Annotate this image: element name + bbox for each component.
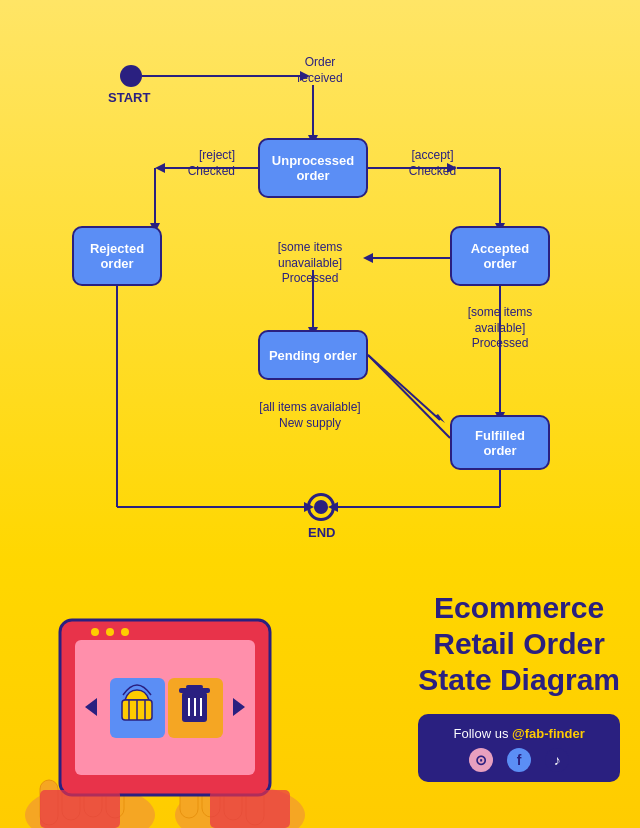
social-icons: ⊙ f ♪ <box>438 748 600 772</box>
svg-marker-27 <box>435 414 445 423</box>
unprocessed-order-node: Unprocessed order <box>258 138 368 198</box>
all-available-label: [all items available]New supply <box>240 400 380 431</box>
tiktok-icon[interactable]: ♪ <box>545 748 569 772</box>
follow-text: Follow us @fab-finder <box>438 724 600 742</box>
start-circle <box>120 65 142 87</box>
svg-line-19 <box>368 355 450 438</box>
follow-box: Follow us @fab-finder ⊙ f ♪ <box>418 714 620 782</box>
rejected-order-node: Rejected order <box>72 226 162 286</box>
diagram-section: START Orderreceived [reject]Checked [acc… <box>0 0 640 560</box>
title-block: Ecommerce Retail Order State Diagram Fol… <box>418 590 620 782</box>
tablet-illustration <box>10 560 320 828</box>
svg-rect-58 <box>210 790 290 828</box>
instagram-icon[interactable]: ⊙ <box>469 748 493 772</box>
bottom-section: Ecommerce Retail Order State Diagram Fol… <box>0 560 640 828</box>
svg-rect-53 <box>186 685 203 689</box>
accept-checked-label: [accept]Checked <box>390 148 475 179</box>
end-label: END <box>308 525 335 540</box>
reject-checked-label: [reject]Checked <box>155 148 235 179</box>
svg-point-40 <box>91 628 99 636</box>
fulfilled-order-node: Fulfilled order <box>450 415 550 470</box>
some-unavailable-label: [some itemsunavailable]Processed <box>250 240 370 287</box>
svg-point-41 <box>106 628 114 636</box>
facebook-icon[interactable]: f <box>507 748 531 772</box>
some-available-label: [some itemsavailable]Processed <box>440 305 560 352</box>
order-received-label: Orderreceived <box>290 55 350 86</box>
diagram-title: Ecommerce Retail Order State Diagram <box>418 590 620 698</box>
end-circle <box>307 493 335 521</box>
svg-rect-57 <box>40 790 120 828</box>
pending-order-node: Pending order <box>258 330 368 380</box>
accepted-order-node: Accepted order <box>450 226 550 286</box>
start-label: START <box>108 90 150 105</box>
svg-point-42 <box>121 628 129 636</box>
